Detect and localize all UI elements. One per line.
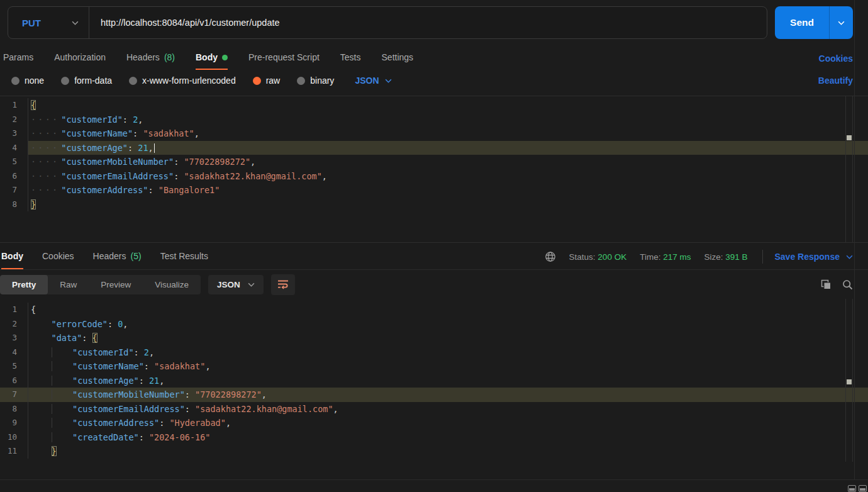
code-line[interactable]: 8 "customerEmailAddress": "sadakhat22.kh… — [0, 402, 868, 417]
view-tab-pretty[interactable]: Pretty — [0, 275, 48, 294]
code-content: } — [28, 444, 868, 459]
response-tab-headers[interactable]: Headers(5) — [93, 245, 142, 269]
method-selector[interactable]: PUT — [8, 7, 89, 38]
body-mode-none[interactable]: none — [11, 75, 44, 86]
code-line[interactable]: 6 "customerAge": 21, — [0, 374, 868, 388]
url-input[interactable] — [89, 7, 767, 38]
body-mode-form-data[interactable]: form-data — [61, 75, 112, 86]
response-tabs-list: BodyCookiesHeaders(5)Test Results — [1, 245, 227, 269]
view-tab-preview[interactable]: Preview — [89, 275, 143, 294]
body-mode-binary[interactable]: binary — [297, 75, 334, 86]
response-tab-cookies[interactable]: Cookies — [42, 245, 74, 269]
line-number: 8 — [0, 402, 28, 417]
tab-label: Headers — [126, 52, 160, 62]
token-key: "createdDate" — [72, 432, 139, 442]
code-line[interactable]: 2 "errorCode": 0, — [0, 317, 868, 332]
code-line[interactable]: 3 "data": { — [0, 331, 868, 345]
token-pun: : — [108, 319, 118, 329]
code-content: "customerMobileNumber": "77022898272", — [28, 388, 868, 402]
token-pun: : — [139, 376, 149, 386]
size-badge: Size: 391 B — [704, 252, 747, 262]
response-meta: Status: 200 OK Time: 217 ms Size: 391 B … — [545, 250, 853, 264]
chevron-down-icon — [72, 21, 79, 25]
time-value: 217 ms — [663, 252, 691, 262]
response-format-label: JSON — [217, 280, 240, 289]
save-response-button[interactable]: Save Response — [775, 252, 854, 262]
response-editor-scrollbar[interactable] — [845, 299, 853, 462]
token-pun: , — [262, 389, 267, 400]
request-tabs-list: ParamsAuthorizationHeaders(8)BodyPre-req… — [3, 47, 434, 70]
response-body-editor[interactable]: 1{2 "errorCode": 0,3 "data": {4 "custome… — [0, 299, 868, 462]
tab-headers[interactable]: Headers(8) — [126, 47, 175, 70]
matched-bracket: } — [31, 199, 36, 210]
layout-panel-icon[interactable] — [859, 485, 867, 492]
tab-authorization[interactable]: Authorization — [54, 47, 106, 70]
code-content: { — [28, 98, 868, 113]
cookies-link[interactable]: Cookies — [819, 53, 853, 64]
tab-pre-request-script[interactable]: Pre-request Script — [248, 47, 320, 70]
beautify-link[interactable]: Beautify — [818, 75, 853, 86]
send-options-button[interactable] — [829, 6, 853, 39]
line-number: 6 — [0, 374, 28, 388]
token-g — [52, 418, 73, 428]
tab-settings[interactable]: Settings — [382, 47, 414, 70]
response-tab-test-results[interactable]: Test Results — [160, 245, 208, 269]
console-panel-icon[interactable] — [848, 485, 856, 492]
postman-request-view: PUT Send ParamsAuthorizationHeaders(8)Bo… — [0, 0, 868, 492]
copy-icon[interactable] — [821, 279, 832, 290]
code-line[interactable]: 9 "customerAddress": "Hyderabad", — [0, 416, 868, 430]
token-pun: : — [148, 185, 158, 195]
token-pun: , — [138, 115, 143, 125]
code-line[interactable]: 1{ — [0, 303, 868, 317]
code-line[interactable]: 6····"customerEmailAddress": "sadakhat22… — [0, 169, 868, 184]
tab-params[interactable]: Params — [3, 47, 33, 70]
tab-body[interactable]: Body — [196, 47, 228, 70]
body-format-selector[interactable]: JSON — [355, 75, 391, 86]
code-line[interactable]: 10 "createdDate": "2024-06-16" — [0, 430, 868, 445]
radio-dot-icon — [61, 77, 69, 85]
send-button[interactable]: Send — [775, 6, 829, 39]
radio-dot-icon — [129, 77, 137, 85]
code-line[interactable]: 5····"customerMobileNumber": "7702289827… — [0, 155, 868, 169]
token-dots: ···· — [31, 115, 59, 125]
token-sp — [31, 418, 52, 428]
token-str: "77022898272" — [195, 389, 262, 400]
code-line[interactable]: 3····"customerName": "sadakhat", — [0, 126, 868, 141]
code-line[interactable]: 2····"customerId": 2, — [0, 113, 868, 127]
code-line[interactable]: 1{ — [0, 98, 868, 113]
tab-count-badge: (5) — [131, 251, 142, 261]
code-line[interactable]: 7 "customerMobileNumber": "77022898272", — [0, 388, 868, 402]
body-mode-raw[interactable]: raw — [253, 75, 281, 86]
code-line[interactable]: 5 "customerName": "sadakhat", — [0, 359, 868, 374]
response-format-selector[interactable]: JSON — [208, 275, 264, 294]
token-pun: : — [82, 333, 92, 343]
view-tab-visualize[interactable]: Visualize — [143, 275, 201, 294]
scrollbar-thumb[interactable] — [847, 135, 852, 140]
time-badge: Time: 217 ms — [640, 252, 691, 262]
token-pun: : — [144, 361, 154, 371]
tab-label: Headers — [93, 251, 126, 261]
token-dots: ···· — [31, 143, 59, 153]
search-icon[interactable] — [842, 279, 853, 290]
request-body-editor[interactable]: 1{2····"customerId": 2,3····"customerNam… — [0, 96, 868, 242]
token-g — [52, 389, 73, 400]
code-line[interactable]: 8} — [0, 198, 868, 212]
code-line[interactable]: 7····"customerAddress": "Bangalore1" — [0, 183, 868, 198]
scrollbar-thumb[interactable] — [847, 379, 852, 384]
request-editor-scrollbar[interactable] — [845, 96, 853, 242]
line-number: 7 — [0, 183, 28, 198]
token-num: 2 — [144, 347, 149, 357]
view-tab-raw[interactable]: Raw — [48, 275, 89, 294]
code-line[interactable]: 11 } — [0, 444, 868, 459]
wrap-lines-button[interactable] — [271, 274, 295, 295]
response-tab-body[interactable]: Body — [1, 245, 23, 269]
tab-label: Params — [3, 52, 33, 62]
tab-tests[interactable]: Tests — [340, 47, 361, 70]
network-globe-icon[interactable] — [545, 251, 556, 262]
code-line[interactable]: 4····"customerAge": 21, — [0, 141, 868, 155]
body-mode-x-www-form-urlencoded[interactable]: x-www-form-urlencoded — [129, 75, 236, 86]
wrap-lines-icon — [277, 279, 289, 289]
code-line[interactable]: 4 "customerId": 2, — [0, 345, 868, 360]
token-num: 21 — [149, 376, 159, 386]
code-content: ····"customerAge": 21, — [28, 141, 868, 155]
